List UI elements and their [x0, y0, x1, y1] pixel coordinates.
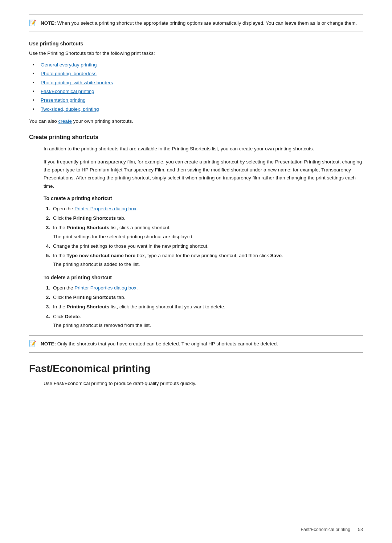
create-step-3: 3. In the Printing Shortcuts list, click… [44, 224, 363, 241]
note-icon: 📝 [29, 19, 38, 26]
list-item: Presentation printing [36, 96, 363, 105]
photo-borderless-link[interactable]: Photo printing–borderless [41, 71, 97, 76]
delete-step-4: 4. Click Delete.The printing shortcut is… [44, 313, 363, 330]
page-footer: Fast/Economical printing 53 [0, 527, 392, 532]
create-link[interactable]: create [58, 118, 72, 124]
presentation-link[interactable]: Presentation printing [41, 97, 86, 103]
list-item: Photo printing–borderless [36, 69, 363, 78]
list-item: General everyday printing [36, 61, 363, 69]
bottom-note-icon: 📝 [29, 340, 38, 347]
to-create-section: To create a printing shortcut 1. Open th… [44, 195, 363, 269]
printer-props-link-2[interactable]: Printer Properties dialog box [74, 285, 136, 291]
to-create-heading: To create a printing shortcut [44, 195, 363, 201]
fast-economical-link[interactable]: Fast/Economical printing [41, 89, 94, 94]
list-item: Photo printing–with white borders [36, 78, 363, 87]
footer-label: Fast/Economical printing [301, 527, 350, 532]
use-shortcuts-intro: Use the Printing Shortcuts tab for the f… [29, 49, 363, 57]
list-item: Two-sided, duplex, printing [36, 105, 363, 114]
fast-economical-body: Use Fast/Economical printing to produce … [29, 380, 363, 388]
create-shortcuts-body: In addition to the printing shortcuts th… [29, 145, 363, 330]
note-label: NOTE: [41, 20, 56, 26]
create-shortcuts-section: Create printing shortcuts In addition to… [29, 134, 363, 330]
bottom-note-body: Only the shortcuts that you have created… [57, 341, 278, 347]
use-printing-shortcuts-section: Use printing shortcuts Use the Printing … [29, 41, 363, 125]
top-note-box: 📝 NOTE: When you select a printing short… [29, 15, 363, 32]
to-delete-section: To delete a printing shortcut 1. Open th… [44, 275, 363, 329]
delete-step-3: 3. In the Printing Shortcuts list, click… [44, 303, 363, 311]
fast-economical-intro: Use Fast/Economical printing to produce … [44, 380, 363, 388]
two-sided-link[interactable]: Two-sided, duplex, printing [41, 106, 99, 112]
page-container: 📝 NOTE: When you select a printing short… [0, 0, 392, 414]
create-para1: In addition to the printing shortcuts th… [44, 145, 363, 153]
footer-right: Fast/Economical printing 53 [301, 527, 363, 532]
top-note-text: NOTE: When you select a printing shortcu… [41, 19, 357, 27]
delete-steps-list: 1. Open the Printer Properties dialog bo… [44, 284, 363, 329]
list-item: Fast/Economical printing [36, 87, 363, 96]
create-shortcuts-heading: Create printing shortcuts [29, 134, 363, 141]
shortcuts-bullet-list: General everyday printing Photo printing… [36, 61, 363, 114]
create-step-4: 4. Change the print settings to those yo… [44, 242, 363, 250]
delete-step-2: 2. Click the Printing Shortcuts tab. [44, 293, 363, 301]
footer-page-num: 53 [358, 527, 363, 532]
also-line: You can also create your own printing sh… [29, 117, 363, 125]
note-body: When you select a printing shortcut the … [57, 20, 357, 26]
printer-props-link-1[interactable]: Printer Properties dialog box [74, 206, 136, 211]
fast-economical-section: Fast/Economical printing Use Fast/Econom… [29, 363, 363, 388]
to-delete-heading: To delete a printing shortcut [44, 275, 363, 280]
create-step-2: 2. Click the Printing Shortcuts tab. [44, 214, 363, 222]
delete-step-1: 1. Open the Printer Properties dialog bo… [44, 284, 363, 292]
create-steps-list: 1. Open the Printer Properties dialog bo… [44, 205, 363, 269]
create-step-5: 5. In the Type new shortcut name here bo… [44, 252, 363, 269]
bottom-note-label: NOTE: [41, 341, 56, 347]
bottom-note-text: NOTE: Only the shortcuts that you have c… [41, 340, 278, 348]
use-shortcuts-heading: Use printing shortcuts [29, 41, 363, 46]
bottom-note-box: 📝 NOTE: Only the shortcuts that you have… [29, 335, 363, 353]
create-para2: If you frequently print on transparency … [44, 158, 363, 190]
fast-economical-heading: Fast/Economical printing [29, 363, 363, 374]
general-everyday-link[interactable]: General everyday printing [41, 62, 97, 68]
photo-white-borders-link[interactable]: Photo printing–with white borders [41, 80, 113, 85]
create-step-1: 1. Open the Printer Properties dialog bo… [44, 205, 363, 213]
